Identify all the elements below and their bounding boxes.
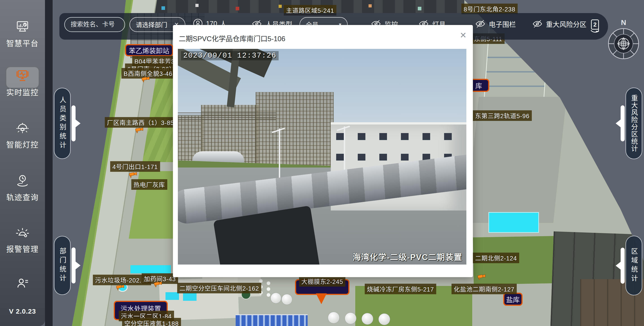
close-icon[interactable]: ✕ bbox=[460, 31, 466, 39]
sidebar-item-label: 智慧平台 bbox=[0, 37, 45, 48]
smart-lighting-icon bbox=[15, 121, 30, 135]
toggle-efence[interactable]: 电子围栏 bbox=[475, 19, 516, 29]
map-camera-label[interactable]: 大棚膜东2-245 bbox=[299, 276, 346, 287]
map-storage-tank bbox=[378, 313, 390, 325]
panel-tab-label: 人员类别统计 bbox=[57, 96, 67, 150]
eye-slash-icon bbox=[532, 19, 543, 29]
map-camera-label[interactable]: 厂区南主路西（1）3-85 bbox=[105, 117, 176, 128]
panel-tab-area-stats[interactable]: 区域统计 bbox=[626, 236, 642, 295]
smart-platform-icon bbox=[15, 20, 30, 33]
sidebar-item-smart-lighting[interactable]: 智能灯控 bbox=[0, 121, 45, 150]
map-building-label[interactable]: 盐库 bbox=[503, 293, 522, 306]
sidebar-item-label: 报警管理 bbox=[0, 243, 45, 254]
map-camera-label[interactable]: 二期北侧2-124 bbox=[473, 253, 519, 263]
map-building-label[interactable]: 苯乙烯装卸站 bbox=[125, 44, 173, 56]
map-edge-strip bbox=[45, 0, 52, 326]
map-switch-button[interactable]: 2 bbox=[589, 19, 602, 34]
sidebar-item-label: 智能灯控 bbox=[0, 139, 45, 150]
toggle-label: 重大风险分区 bbox=[546, 19, 586, 29]
panel-tab-label: 区域统计 bbox=[629, 248, 639, 284]
camera-feed-image: 2023/09/01 12:37:26 海湾化学-二级-PVC二期装置 bbox=[178, 49, 466, 265]
map-camera-label[interactable]: 加药间3-43 bbox=[142, 273, 178, 284]
map-cyan-pool bbox=[130, 265, 171, 273]
map-camera-label[interactable]: B西南侧全貌3-46 bbox=[122, 68, 175, 79]
map-camera-label[interactable]: 二期空分空压车间北侧2-162 bbox=[177, 283, 261, 293]
map-switch-count: 2 bbox=[594, 21, 596, 28]
compass[interactable]: N bbox=[607, 19, 640, 61]
app-version: V 2.0.23 bbox=[0, 307, 45, 315]
map-storage-tank bbox=[328, 312, 340, 323]
panel-tab-major-risk-zone-stats[interactable]: 重大风险分区统计 bbox=[626, 88, 642, 159]
eye-slash-icon bbox=[475, 19, 486, 29]
realtime-monitor-icon bbox=[15, 69, 30, 82]
expand-arrow-icon[interactable] bbox=[620, 105, 625, 141]
pipe-rack bbox=[178, 111, 276, 120]
sidebar-item-label: 实时监控 bbox=[0, 86, 45, 97]
sidebar-item-label: 轨迹查询 bbox=[0, 191, 45, 202]
user-list-icon bbox=[15, 276, 30, 290]
expand-arrow-icon[interactable] bbox=[72, 105, 76, 141]
alarm-management-icon bbox=[15, 226, 30, 239]
map-cyan-skylight bbox=[183, 293, 196, 301]
map-camera-label[interactable]: 东第三跨2轨道5-96 bbox=[473, 110, 532, 121]
map-camera-label[interactable]: 化盐池二期南侧2-127 bbox=[452, 284, 517, 294]
search-input[interactable] bbox=[70, 21, 119, 28]
camera-watermark: 海湾化学-二级-PVC二期装置 bbox=[352, 251, 462, 262]
expand-arrow-icon[interactable] bbox=[72, 247, 76, 283]
map-camera-label[interactable]: 4号门出口1-171 bbox=[110, 161, 160, 172]
search-input-wrap[interactable] bbox=[64, 17, 125, 32]
panel-tab-person-category-stats[interactable]: 人员类别统计 bbox=[54, 88, 70, 159]
map-storage-tank bbox=[282, 294, 292, 305]
expand-arrow-icon[interactable] bbox=[620, 248, 625, 284]
map-camera-label[interactable]: 热电厂灰库 bbox=[131, 179, 167, 190]
map-blue-tanks bbox=[236, 314, 308, 326]
map-storage-tank bbox=[362, 313, 373, 325]
compass-rose-icon bbox=[607, 27, 640, 60]
panel-tab-department-stats[interactable]: 部门统计 bbox=[54, 236, 70, 295]
toggle-major-risk-zone[interactable]: 重大风险分区 bbox=[532, 19, 586, 29]
camera-modal: 二期SPVC化学品仓库南门口5-106 ✕ 2023/09/01 12:37:2… bbox=[173, 25, 473, 277]
map-cyan-pool bbox=[488, 212, 539, 233]
department-select-placeholder: 请选择部门 bbox=[136, 20, 167, 29]
toggle-label: 电子围栏 bbox=[489, 19, 516, 29]
street-lamp bbox=[344, 126, 345, 174]
track-query-icon bbox=[15, 174, 30, 187]
sidebar-item-realtime-monitor[interactable]: 实时监控 bbox=[0, 69, 45, 97]
map-storage-tank bbox=[270, 293, 281, 303]
camera-modal-title: 二期SPVC化学品仓库南门口5-106 bbox=[179, 33, 285, 43]
map-storage-tank bbox=[345, 312, 356, 324]
compass-north-label: N bbox=[607, 19, 640, 27]
map-camera-label[interactable]: 空分空压液氮1-188 bbox=[122, 318, 181, 326]
sidebar-item-user-list[interactable] bbox=[0, 276, 45, 294]
sidebar-item-smart-platform[interactable]: 智慧平台 bbox=[0, 20, 45, 48]
app-sidebar: 智慧平台 实时监控 智能灯控 轨迹查询 bbox=[0, 0, 45, 326]
sidebar-item-alarm-management[interactable]: 报警管理 bbox=[0, 226, 45, 254]
sidebar-item-track-query[interactable]: 轨迹查询 bbox=[0, 174, 45, 202]
map-camera-label[interactable]: 8号门东北角2-238 bbox=[462, 4, 518, 14]
camera-timestamp: 2023/09/01 12:37:26 bbox=[181, 51, 278, 60]
panel-tab-label: 部门统计 bbox=[57, 247, 67, 283]
panel-tab-label: 重大风险分区统计 bbox=[629, 95, 639, 152]
map-cyan-skylight bbox=[166, 292, 179, 300]
map-small-tanks bbox=[259, 279, 263, 283]
map-camera-label[interactable]: 烧碱冷冻厂房东侧5-217 bbox=[365, 284, 436, 294]
app-root: { "app": { "version": "V 2.0.23" }, "sid… bbox=[0, 0, 644, 326]
